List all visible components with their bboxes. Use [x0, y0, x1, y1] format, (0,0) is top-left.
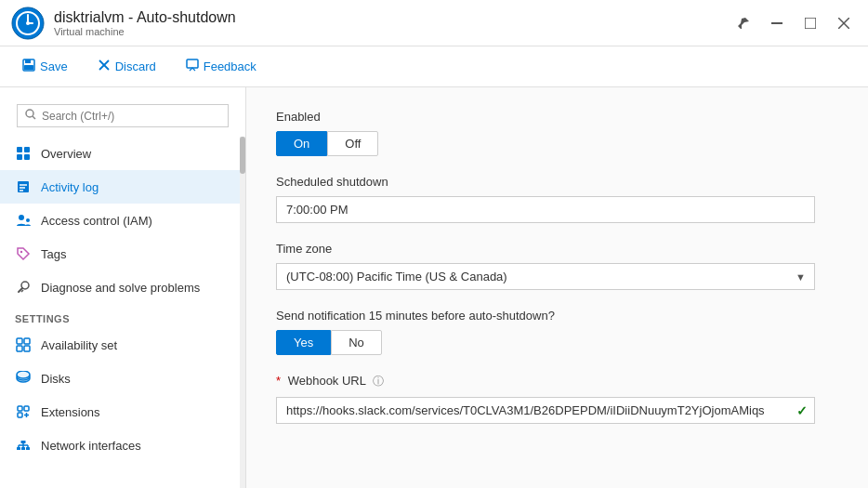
required-marker: * [276, 374, 281, 388]
sidebar-item-access-control-label: Access control (IAM) [41, 214, 152, 228]
main-layout: Overview Activity log [0, 87, 868, 488]
sidebar-item-disks[interactable]: Disks [0, 362, 245, 395]
sidebar-item-availability-set[interactable]: Availability set [0, 328, 245, 362]
close-button[interactable] [831, 10, 857, 36]
access-control-icon [15, 212, 32, 229]
sidebar-item-overview-label: Overview [41, 147, 91, 161]
extensions-icon [15, 403, 32, 420]
sidebar-item-diagnose[interactable]: Diagnose and solve problems [0, 270, 245, 304]
svg-rect-41 [17, 447, 20, 450]
svg-point-15 [26, 110, 33, 117]
sidebar-item-network-interfaces[interactable]: Network interfaces [0, 429, 245, 462]
svg-rect-11 [24, 65, 33, 70]
settings-section-label: SETTINGS [0, 304, 245, 328]
pin-button[interactable] [730, 10, 756, 36]
notification-section: Send notification 15 minutes before auto… [276, 309, 838, 355]
svg-rect-18 [24, 147, 30, 152]
window-controls [730, 10, 857, 36]
activity-log-icon [15, 178, 32, 195]
toolbar: Save Discard Feedback [0, 46, 868, 87]
svg-rect-43 [26, 447, 30, 450]
svg-rect-17 [17, 147, 22, 152]
sidebar-item-activity-log-label: Activity log [41, 180, 99, 194]
sidebar-item-extensions[interactable]: Extensions [0, 395, 245, 429]
svg-rect-14 [187, 59, 198, 68]
feedback-button[interactable]: Feedback [178, 55, 264, 78]
tags-icon [15, 245, 32, 262]
save-label: Save [40, 59, 68, 73]
svg-point-4 [26, 21, 30, 25]
title-separator: - [125, 9, 137, 25]
svg-rect-34 [24, 346, 30, 351]
svg-rect-5 [771, 22, 783, 24]
enabled-section: Enabled On Off [276, 110, 838, 156]
scheduled-shutdown-section: Scheduled shutdown [276, 175, 838, 223]
svg-point-37 [17, 371, 30, 378]
webhook-label: * Webhook URL ⓘ [276, 374, 838, 389]
search-box[interactable] [17, 104, 229, 127]
sidebar-item-disks-label: Disks [41, 372, 71, 386]
svg-point-26 [26, 218, 30, 222]
discard-icon [98, 59, 111, 74]
svg-rect-39 [18, 413, 22, 417]
app-logo [11, 7, 45, 40]
notification-label: Send notification 15 minutes before auto… [276, 309, 838, 323]
scheduled-shutdown-input[interactable] [276, 196, 815, 223]
sidebar: Overview Activity log [0, 87, 246, 488]
svg-point-27 [20, 251, 22, 253]
webhook-url-input[interactable] [276, 397, 815, 424]
feedback-icon [186, 59, 199, 74]
svg-point-25 [19, 215, 24, 220]
toggle-off-button[interactable]: Off [327, 131, 378, 156]
time-zone-label: Time zone [276, 242, 838, 256]
svg-point-29 [21, 282, 29, 289]
svg-rect-40 [24, 406, 29, 411]
toggle-on-button[interactable]: On [276, 131, 327, 156]
svg-rect-6 [805, 18, 816, 29]
webhook-section: * Webhook URL ⓘ ✓ [276, 374, 838, 424]
validation-check-icon: ✓ [796, 403, 808, 418]
network-interfaces-icon [15, 437, 32, 454]
search-icon [25, 109, 36, 123]
svg-rect-38 [18, 406, 22, 411]
sidebar-item-overview[interactable]: Overview [0, 137, 245, 170]
sidebar-item-tags[interactable]: Tags [0, 237, 245, 270]
diagnose-icon [15, 279, 32, 296]
maximize-button[interactable] [797, 10, 823, 36]
titlebar-text: disktrialvm - Auto-shutdown Virtual mach… [54, 9, 730, 37]
sidebar-item-access-control[interactable]: Access control (IAM) [0, 204, 245, 237]
enabled-toggle: On Off [276, 131, 838, 156]
svg-rect-10 [25, 59, 31, 63]
sidebar-item-availability-set-label: Availability set [41, 338, 117, 352]
sidebar-item-activity-log[interactable]: Activity log [0, 170, 245, 204]
time-zone-select[interactable]: (UTC-08:00) Pacific Time (US & Canada) [276, 263, 815, 290]
save-icon [22, 59, 35, 74]
svg-line-30 [21, 290, 23, 292]
discard-button[interactable]: Discard [90, 55, 164, 78]
sidebar-item-network-interfaces-label: Network interfaces [41, 439, 141, 453]
sidebar-item-tags-label: Tags [41, 247, 66, 261]
feedback-label: Feedback [204, 59, 256, 73]
sidebar-item-extensions-label: Extensions [41, 405, 100, 419]
notification-yes-button[interactable]: Yes [276, 330, 331, 355]
search-input[interactable] [42, 110, 220, 123]
webhook-input-wrapper: ✓ [276, 397, 815, 424]
window-title: disktrialvm - Auto-shutdown [54, 9, 730, 26]
svg-rect-19 [17, 154, 22, 160]
enabled-label: Enabled [276, 110, 838, 124]
page-section-title: Auto-shutdown [137, 9, 236, 25]
minimize-button[interactable] [764, 10, 790, 36]
vm-name: disktrialvm [54, 9, 125, 25]
save-button[interactable]: Save [15, 55, 75, 78]
svg-rect-20 [24, 154, 30, 160]
info-icon[interactable]: ⓘ [373, 375, 384, 388]
notification-toggle: Yes No [276, 330, 838, 355]
svg-rect-33 [17, 346, 22, 351]
titlebar: disktrialvm - Auto-shutdown Virtual mach… [0, 0, 868, 46]
time-zone-section: Time zone (UTC-08:00) Pacific Time (US &… [276, 242, 838, 290]
sidebar-item-diagnose-label: Diagnose and solve problems [41, 281, 200, 295]
notification-no-button[interactable]: No [331, 330, 382, 355]
time-zone-select-wrapper: (UTC-08:00) Pacific Time (US & Canada) ▼ [276, 263, 815, 290]
webhook-label-text: Webhook URL [288, 374, 366, 388]
svg-rect-32 [24, 338, 30, 344]
